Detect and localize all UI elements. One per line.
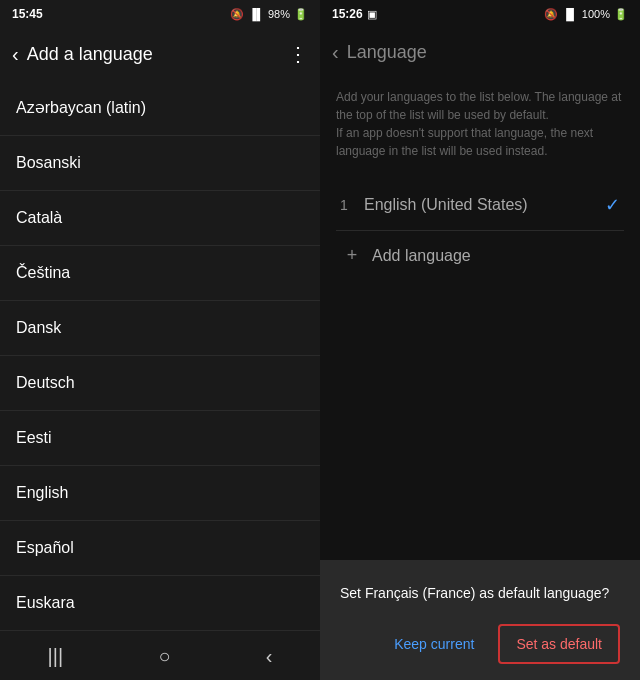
photo-icon: ▣ <box>367 8 377 21</box>
left-status-icons: 🔕 ▐▌ 98% 🔋 <box>230 8 308 21</box>
set-as-default-button[interactable]: Set as default <box>498 624 620 664</box>
left-menu-nav-icon[interactable]: ||| <box>48 645 64 668</box>
list-item[interactable]: Català <box>0 191 320 246</box>
right-battery-icon: 🔋 <box>614 8 628 21</box>
list-item[interactable]: Čeština <box>0 246 320 301</box>
dialog-buttons: Keep current Set as default <box>340 624 620 664</box>
right-mute-icon: 🔕 <box>544 8 558 21</box>
right-time: 15:26 <box>332 7 363 21</box>
right-battery-percent: 100% <box>582 8 610 20</box>
battery-icon: 🔋 <box>294 8 308 21</box>
left-header-left: ‹ Add a language <box>12 43 153 66</box>
language-description: Add your languages to the list below. Th… <box>336 88 624 160</box>
add-plus-icon: + <box>340 245 364 266</box>
add-language-row[interactable]: + Add language <box>336 231 624 280</box>
language-name: English (United States) <box>364 196 605 214</box>
list-item[interactable]: Dansk <box>0 301 320 356</box>
add-language-label: Add language <box>372 247 471 265</box>
signal-icon: ▐▌ <box>248 8 264 20</box>
left-time: 15:45 <box>12 7 43 21</box>
left-back-nav-icon[interactable]: ‹ <box>266 645 273 668</box>
left-status-bar: 15:45 🔕 ▐▌ 98% 🔋 <box>0 0 320 28</box>
list-item[interactable]: Deutsch <box>0 356 320 411</box>
right-signal-icon: ▐▌ <box>562 8 578 20</box>
right-content: Add your languages to the list below. Th… <box>320 76 640 632</box>
list-item[interactable]: Azərbaycan (latin) <box>0 80 320 136</box>
right-page-title: Language <box>347 42 427 63</box>
list-item[interactable]: English <box>0 466 320 521</box>
left-header: ‹ Add a language ⋮ <box>0 28 320 80</box>
right-status-bar: 15:26 ▣ 🔕 ▐▌ 100% 🔋 <box>320 0 640 28</box>
right-panel: 15:26 ▣ 🔕 ▐▌ 100% 🔋 ‹ Language Add your … <box>320 0 640 680</box>
language-number: 1 <box>340 197 364 213</box>
language-check-icon: ✓ <box>605 194 620 216</box>
set-default-dialog: Set Français (France) as default languag… <box>320 560 640 680</box>
right-header: ‹ Language <box>320 28 640 76</box>
dialog-message: Set Français (France) as default languag… <box>340 584 620 604</box>
language-entry[interactable]: 1 English (United States) ✓ <box>336 180 624 231</box>
right-back-button[interactable]: ‹ <box>332 41 339 64</box>
left-nav-bar: ||| ○ ‹ <box>0 632 320 680</box>
language-list: Azərbaycan (latin) Bosanski Català Češti… <box>0 80 320 632</box>
keep-current-button[interactable]: Keep current <box>378 624 490 664</box>
left-home-nav-icon[interactable]: ○ <box>158 645 170 668</box>
left-page-title: Add a language <box>27 44 153 65</box>
left-panel: 15:45 🔕 ▐▌ 98% 🔋 ‹ Add a language ⋮ Azər… <box>0 0 320 680</box>
mute-icon: 🔕 <box>230 8 244 21</box>
right-status-icons: 🔕 ▐▌ 100% 🔋 <box>544 8 628 21</box>
battery-percent: 98% <box>268 8 290 20</box>
left-more-button[interactable]: ⋮ <box>288 42 308 66</box>
list-item[interactable]: Español <box>0 521 320 576</box>
list-item[interactable]: Bosanski <box>0 136 320 191</box>
list-item[interactable]: Eesti <box>0 411 320 466</box>
left-back-button[interactable]: ‹ <box>12 43 19 66</box>
list-item[interactable]: Euskara <box>0 576 320 631</box>
